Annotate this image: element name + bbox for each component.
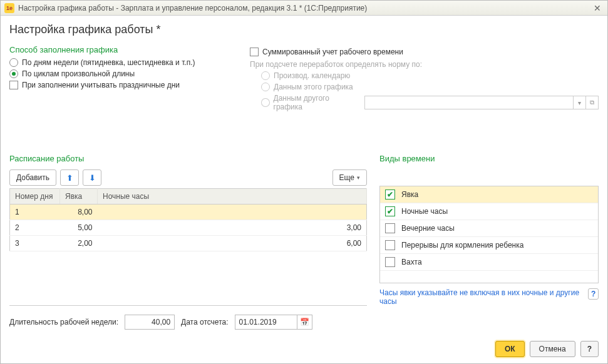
radio-label: Данным этого графика <box>274 83 353 91</box>
checkbox-icon[interactable] <box>385 206 395 216</box>
checkbox-icon[interactable] <box>385 190 395 200</box>
time-type-row[interactable]: Перерывы для кормления ребенка <box>380 237 598 254</box>
top-row: Способ заполнения графика По дням недели… <box>9 45 599 114</box>
table-row[interactable]: 25,003,00 <box>10 220 367 236</box>
radio-icon <box>9 58 18 67</box>
col-presence[interactable]: Явка <box>60 189 98 205</box>
other-schedule-select: ▾ ⧉ <box>364 96 599 109</box>
radio-icon <box>261 71 270 80</box>
cell-daynum: 2 <box>10 220 60 236</box>
time-type-label: Вахта <box>401 258 422 266</box>
fill-method-group: Способ заполнения графика По дням недели… <box>9 45 235 114</box>
cell-night: 3,00 <box>98 220 367 236</box>
checkbox-label: Суммированный учет рабочего времени <box>262 48 403 56</box>
time-type-row[interactable]: Вахта <box>380 254 598 271</box>
col-daynum[interactable]: Номер дня <box>10 189 60 205</box>
time-type-label: Перерывы для кормления ребенка <box>401 241 523 250</box>
content: Настройка графика работы * Способ заполн… <box>1 16 607 335</box>
time-types-hint: Часы явки указывайте не включая в них но… <box>379 288 583 306</box>
cell-presence: 8,00 <box>60 205 98 220</box>
radio-norm-this: Данным этого графика <box>261 83 599 91</box>
time-types-list[interactable]: ЯвкаНочные часыВечерние часыПерерывы для… <box>379 186 599 283</box>
move-down-button[interactable]: ⬇ <box>83 169 101 186</box>
cell-presence: 5,00 <box>60 220 98 236</box>
radio-cycles[interactable]: По циклам произвольной длины <box>9 69 235 78</box>
mid-row: Расписание работы Добавить ⬆ ⬇ Еще ▾ <box>9 154 599 306</box>
arrow-up-icon: ⬆ <box>66 173 73 183</box>
time-type-row[interactable]: Вечерние часы <box>380 220 598 237</box>
help-hint-button[interactable]: ? <box>588 288 599 300</box>
radio-icon <box>9 69 18 78</box>
time-type-label: Явка <box>401 190 418 199</box>
radio-norm-calendar: Производ. календарю <box>261 71 599 80</box>
radio-norm-other: Данным другого графика ▾ ⧉ <box>261 94 599 111</box>
app-logo-icon: 1e <box>4 3 14 13</box>
dropdown-icon: ▾ <box>573 96 585 109</box>
schedule-title: Расписание работы <box>9 154 367 163</box>
col-night[interactable]: Ночные часы <box>98 189 367 205</box>
table-row[interactable]: 32,006,00 <box>10 236 367 251</box>
calendar-icon: 📅 <box>300 318 309 326</box>
radio-label: Данным другого графика <box>274 94 357 111</box>
cell-presence: 2,00 <box>60 236 98 251</box>
bottom-fields: Длительность рабочей недели: 40,00 Дата … <box>9 315 599 330</box>
week-length-label: Длительность рабочей недели: <box>9 318 118 326</box>
schedule-panel: Расписание работы Добавить ⬆ ⬇ Еще ▾ <box>9 154 367 306</box>
radio-icon <box>261 98 270 107</box>
fill-method-title: Способ заполнения графика <box>9 45 235 54</box>
more-label: Еще <box>339 173 354 182</box>
checkbox-icon[interactable] <box>385 257 395 267</box>
checkbox-icon[interactable] <box>385 223 395 233</box>
week-length-input[interactable]: 40,00 <box>125 315 175 330</box>
radio-label: Производ. календарю <box>274 71 350 80</box>
footer: ОК Отмена ? <box>1 335 607 363</box>
start-date-label: Дата отсчета: <box>181 318 228 326</box>
arrow-down-icon: ⬇ <box>89 173 96 183</box>
table-row[interactable]: 18,00 <box>10 205 367 220</box>
checkbox-summarized[interactable]: Суммированный учет рабочего времени <box>250 48 599 56</box>
radio-icon <box>261 83 270 91</box>
checkbox-icon <box>9 81 18 89</box>
time-types-hint-row: Часы явки указывайте не включая в них но… <box>379 288 599 306</box>
ok-button[interactable]: ОК <box>495 341 525 357</box>
checkbox-holidays[interactable]: При заполнении учитывать праздничные дни <box>9 81 235 89</box>
cell-night: 6,00 <box>98 236 367 251</box>
move-up-button[interactable]: ⬆ <box>60 169 79 186</box>
time-types-panel: Виды времени ЯвкаНочные часыВечерние час… <box>379 154 599 306</box>
time-type-row[interactable]: Ночные часы <box>380 203 598 220</box>
add-button[interactable]: Добавить <box>9 169 56 186</box>
checkbox-icon[interactable] <box>385 240 395 250</box>
calendar-button[interactable]: 📅 <box>297 315 312 330</box>
titlebar: 1e Настройка графика работы - Зарплата и… <box>1 1 607 16</box>
checkbox-label: При заполнении учитывать праздничные дни <box>22 81 180 89</box>
start-date-input[interactable]: 01.01.2019 <box>235 315 297 330</box>
checkbox-icon <box>250 48 259 56</box>
cell-night <box>98 205 367 220</box>
cell-daynum: 1 <box>10 205 60 220</box>
help-button[interactable]: ? <box>580 341 599 357</box>
more-button[interactable]: Еще ▾ <box>332 169 367 186</box>
window-title: Настройка графика работы - Зарплата и уп… <box>18 4 591 13</box>
time-types-title: Виды времени <box>379 154 599 163</box>
start-date-field: 01.01.2019 📅 <box>235 315 312 330</box>
window: 1e Настройка графика работы - Зарплата и… <box>0 0 608 364</box>
summarized-group: Суммированный учет рабочего времени При … <box>250 45 599 114</box>
cell-daynum: 3 <box>10 236 60 251</box>
page-title: Настройка графика работы * <box>9 23 599 36</box>
schedule-toolbar: Добавить ⬆ ⬇ Еще ▾ <box>9 169 367 186</box>
cancel-button[interactable]: Отмена <box>530 341 575 357</box>
radio-label: По дням недели (пятидневка, шестидневка … <box>22 58 195 67</box>
time-type-row[interactable]: Явка <box>380 186 598 203</box>
time-type-label: Вечерние часы <box>401 224 455 233</box>
radio-label: По циклам произвольной длины <box>22 69 135 78</box>
radio-weekdays[interactable]: По дням недели (пятидневка, шестидневка … <box>9 58 235 67</box>
chevron-down-icon: ▾ <box>357 174 360 181</box>
schedule-grid-wrap[interactable]: Номер дня Явка Ночные часы 18,0025,003,0… <box>9 188 367 306</box>
open-icon: ⧉ <box>585 96 598 109</box>
close-button[interactable]: ✕ <box>591 3 604 13</box>
norm-label: При подсчете переработок определять норм… <box>250 60 599 69</box>
schedule-grid: Номер дня Явка Ночные часы 18,0025,003,0… <box>9 188 367 251</box>
time-type-label: Ночные часы <box>401 207 448 216</box>
